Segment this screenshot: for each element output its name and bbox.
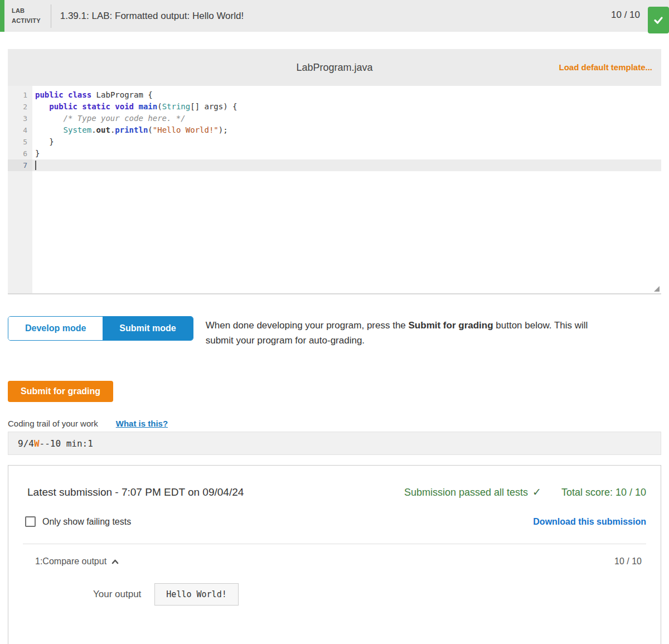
- status-check-icon: ✓: [532, 486, 541, 498]
- line-number: 5: [8, 136, 32, 148]
- mode-row: Develop mode Submit mode When done devel…: [8, 316, 661, 348]
- mode-toggle: Develop mode Submit mode: [8, 316, 193, 341]
- your-output-value: Hello World!: [154, 583, 238, 606]
- line-number: 7: [8, 159, 32, 171]
- activity-score: 10 / 10: [611, 9, 640, 21]
- submit-for-grading-button[interactable]: Submit for grading: [8, 381, 113, 402]
- total-score: Total score: 10 / 10: [561, 487, 646, 498]
- line-number: 3: [8, 113, 32, 124]
- lab-activity-badge: LAB ACTIVITY: [12, 6, 41, 25]
- editor-header: LabProgram.java Load default template...: [8, 49, 661, 86]
- activity-accent-bar: [0, 0, 4, 32]
- latest-submission-panel: Latest submission - 7:07 PM EDT on 09/04…: [8, 465, 661, 644]
- coding-trail-label: Coding trail of your work: [8, 419, 98, 428]
- activity-header: LAB ACTIVITY 1.39.1: LAB: Formatted outp…: [0, 0, 669, 32]
- what-is-this-link[interactable]: What is this?: [116, 419, 168, 428]
- test-compare-output-toggle[interactable]: 1:Compare output: [35, 556, 119, 566]
- activity-title: 1.39.1: LAB: Formatted output: Hello Wor…: [60, 11, 244, 22]
- your-output-label: Your output: [93, 589, 141, 600]
- test-score: 10 / 10: [614, 556, 642, 566]
- submission-title: Latest submission - 7:07 PM EDT on 09/04…: [27, 486, 244, 498]
- test-name-label: 1:Compare output: [35, 556, 106, 566]
- submit-mode-button[interactable]: Submit mode: [103, 317, 192, 340]
- code-line[interactable]: }: [32, 148, 661, 159]
- activity-complete-button[interactable]: [648, 7, 669, 33]
- editor-text-area[interactable]: 1234567 public class LabProgram { public…: [8, 86, 661, 293]
- coding-trail-header: Coding trail of your work What is this?: [8, 419, 669, 428]
- develop-mode-button[interactable]: Develop mode: [8, 317, 103, 340]
- only-failing-tests-checkbox[interactable]: [25, 516, 36, 527]
- submission-status: Submission passed all tests: [404, 487, 528, 498]
- coding-trail-box: 9/4 W--10 min:1: [8, 432, 661, 455]
- panel-divider: [23, 544, 646, 544]
- header-divider: [51, 4, 51, 28]
- line-number: 1: [8, 89, 32, 101]
- only-failing-tests-label: Only show failing tests: [42, 517, 131, 527]
- code-line[interactable]: System.out.println("Hello World!");: [32, 124, 661, 136]
- code-line[interactable]: /* Type your code here. */: [32, 113, 661, 124]
- line-numbers: 1234567: [8, 86, 32, 293]
- line-number: 6: [8, 148, 32, 159]
- editor-resize-handle[interactable]: [654, 286, 660, 292]
- mode-description: When done developing your program, press…: [206, 316, 596, 348]
- checkmark-icon: [652, 13, 665, 27]
- mode-description-bold: Submit for grading: [409, 320, 493, 331]
- chevron-up-icon: [111, 558, 119, 565]
- download-submission-link[interactable]: Download this submission: [533, 517, 646, 527]
- code-line[interactable]: public class LabProgram {: [32, 89, 661, 101]
- mode-description-text: When done developing your program, press…: [206, 320, 409, 331]
- code-line[interactable]: public static void main(String[] args) {: [32, 101, 661, 113]
- editor-filename: LabProgram.java: [296, 62, 372, 74]
- load-default-template-link[interactable]: Load default template...: [559, 62, 652, 72]
- code-lines[interactable]: public class LabProgram { public static …: [32, 86, 661, 293]
- code-line[interactable]: }: [32, 136, 661, 148]
- code-line[interactable]: [32, 159, 661, 171]
- line-number: 4: [8, 124, 32, 136]
- code-editor: LabProgram.java Load default template...…: [8, 49, 661, 294]
- text-cursor: [35, 161, 36, 170]
- line-number: 2: [8, 101, 32, 113]
